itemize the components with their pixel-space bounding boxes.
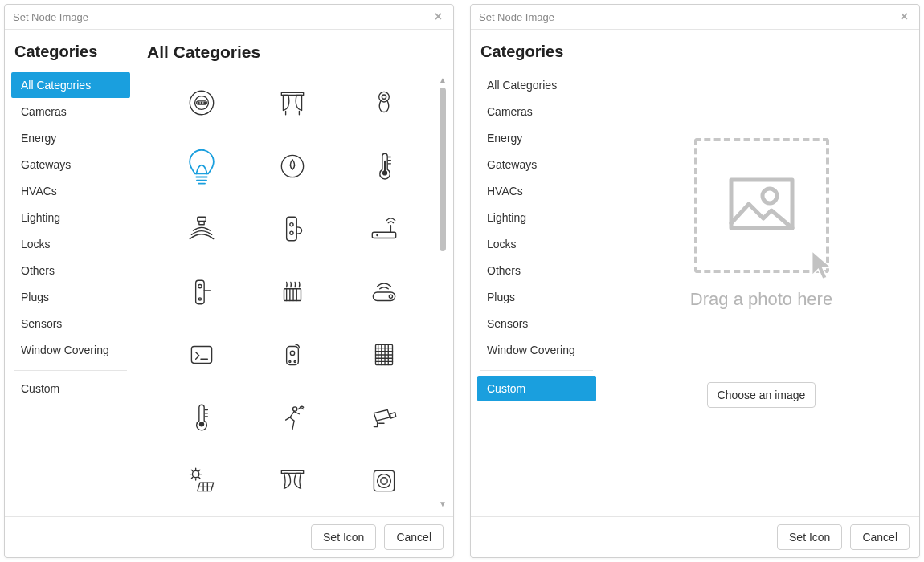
svg-point-29 [199,422,204,426]
svg-point-8 [382,95,386,99]
dial-icon[interactable] [345,83,423,123]
dialog-body: Categories All Categories Cameras Energy… [471,30,919,516]
curtain2-icon[interactable] [255,461,332,501]
motion-sensor-icon[interactable] [163,209,240,249]
dialog-footer: Set Icon Cancel [471,516,919,557]
svg-point-13 [290,223,293,226]
svg-point-31 [192,471,198,478]
scroll-down-icon[interactable]: ▼ [439,500,447,508]
category-item-all-categories[interactable]: All Categories [11,72,130,98]
category-item-sensors[interactable]: Sensors [477,311,596,336]
terminal-icon[interactable] [163,335,240,375]
camera-icon[interactable] [345,398,423,438]
blinds-icon[interactable] [345,335,423,375]
drop-area[interactable]: Drag a photo here Choose an image [603,30,919,516]
category-item-energy[interactable]: Energy [11,125,130,151]
svg-point-19 [198,298,201,300]
category-item-custom[interactable]: Custom [11,376,130,401]
dialog-header: Set Node Image × [471,5,919,30]
svg-rect-23 [191,347,211,364]
category-item-cameras[interactable]: Cameras [11,99,130,124]
bulb-outline-icon[interactable] [163,146,240,186]
categories-sidebar: Categories All Categories Cameras Energy… [471,30,603,516]
router-icon[interactable] [345,209,423,249]
category-item-others[interactable]: Others [11,258,130,283]
category-item-window-covering[interactable]: Window Covering [11,337,130,363]
category-item-hvacs[interactable]: HVACs [477,178,596,204]
dialog-title: Set Node Image [13,11,88,23]
solar-panel-icon[interactable] [163,461,240,501]
svg-point-34 [378,474,391,488]
door-lock-icon[interactable] [255,209,332,249]
scrollbar-thumb[interactable] [440,88,446,251]
icon-grid [145,68,440,516]
running-icon[interactable] [255,398,332,438]
cancel-button[interactable]: Cancel [850,524,910,550]
close-icon[interactable]: × [431,10,445,24]
svg-point-35 [381,478,387,484]
dialog-body: Categories All Categories Cameras Energy… [5,30,453,516]
category-item-locks[interactable]: Locks [477,231,596,257]
water-drop-icon[interactable] [255,146,332,186]
remote-icon[interactable] [255,335,332,375]
thermometer-icon[interactable] [345,146,423,186]
category-item-sensors[interactable]: Sensors [11,311,130,336]
close-icon[interactable]: × [897,10,911,24]
category-item-window-covering[interactable]: Window Covering [477,337,596,363]
svg-point-25 [291,352,295,356]
category-item-plugs[interactable]: Plugs [477,284,596,310]
door-handle-icon[interactable] [163,272,240,312]
scrollbar-track[interactable] [439,88,447,497]
category-item-custom[interactable]: Custom [477,376,596,401]
set-icon-button[interactable]: Set Icon [311,524,376,550]
vacuum-robot-icon[interactable] [163,83,240,123]
curtain-icon[interactable] [255,83,332,123]
svg-point-7 [379,92,390,102]
image-placeholder-icon [722,165,802,246]
category-item-lighting[interactable]: Lighting [11,205,130,230]
category-item-others[interactable]: Others [477,258,596,283]
drop-text: Drag a photo here [690,289,832,310]
thermometer2-icon[interactable] [163,398,240,438]
category-item-energy[interactable]: Energy [477,125,596,151]
dialog-title: Set Node Image [479,11,554,23]
smart-plug-icon[interactable] [345,272,423,312]
scroll-up-icon[interactable]: ▲ [439,76,447,84]
dialog-header: Set Node Image × [5,5,453,30]
svg-point-18 [198,284,202,287]
radiator-icon[interactable] [255,272,332,312]
sidebar-heading: Categories [14,43,127,61]
category-item-cameras[interactable]: Cameras [477,99,596,124]
category-item-locks[interactable]: Locks [11,231,130,257]
icon-content-panel: All Categories [137,30,453,516]
svg-rect-11 [198,217,206,221]
svg-point-22 [389,295,392,298]
custom-content-panel: Drag a photo here Choose an image [603,30,919,516]
set-icon-button[interactable]: Set Icon [777,524,842,550]
set-node-image-dialog-categories: Set Node Image × Categories All Categori… [4,4,454,558]
category-item-all-categories[interactable]: All Categories [477,72,596,98]
svg-point-26 [289,361,291,363]
category-item-lighting[interactable]: Lighting [477,205,596,230]
cursor-arrow-icon [807,247,842,286]
svg-point-30 [293,407,297,411]
categories-sidebar: Categories All Categories Cameras Energy… [5,30,137,516]
category-item-gateways[interactable]: Gateways [477,152,596,177]
switch-frame-icon[interactable] [345,461,423,501]
svg-point-16 [376,234,378,237]
svg-point-27 [295,361,296,363]
drop-frame[interactable] [694,138,829,273]
scrollbar[interactable]: ▲ ▼ [439,76,447,508]
svg-point-3 [198,102,199,104]
category-item-gateways[interactable]: Gateways [11,152,130,177]
category-item-hvacs[interactable]: HVACs [11,178,130,204]
choose-image-button[interactable]: Choose an image [707,382,816,408]
svg-point-0 [190,91,213,114]
sidebar-divider [14,370,127,371]
category-item-plugs[interactable]: Plugs [11,284,130,310]
svg-rect-15 [372,232,395,238]
cancel-button[interactable]: Cancel [384,524,444,550]
sidebar-heading: Categories [480,43,593,61]
content-heading: All Categories [147,43,444,62]
svg-rect-21 [374,292,395,301]
